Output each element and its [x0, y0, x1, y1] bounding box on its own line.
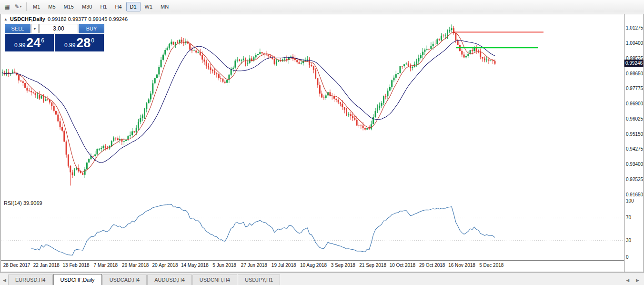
chart-tab-audusd[interactable]: AUDUSD,H4	[147, 275, 192, 285]
buy-price-prefix: 0.99	[64, 42, 75, 49]
price-axis-label: 0.92525	[626, 177, 643, 182]
price-axis-label: 0.91650	[626, 192, 643, 197]
sell-price-big: 24	[26, 37, 40, 50]
timeframe-m30[interactable]: M30	[78, 2, 96, 11]
drawing-tools-dropdown[interactable]: ✎ ▾	[13, 2, 23, 11]
price-axis-label: 0.98650	[626, 71, 643, 76]
timeframe-m15[interactable]: M15	[60, 2, 78, 11]
timeframe-w1[interactable]: W1	[141, 2, 157, 11]
price-axis-label: 1.01275	[626, 25, 643, 31]
buy-button[interactable]: BUY	[79, 24, 104, 33]
price-axis-label: 0.95150	[626, 132, 643, 137]
chart-tab-usdcnh[interactable]: USDCNH,H4	[192, 275, 237, 285]
toolbar: ▦ ✎ ▾ M1M5M15M30H1H4D1W1MN	[0, 0, 644, 13]
rsi-axis-label: 70	[626, 215, 631, 220]
tabs-scroll-left-icon[interactable]: ◀	[1, 276, 8, 285]
collapse-panel-icon[interactable]: ▲	[4, 17, 8, 21]
sell-price-pip: 6	[41, 37, 44, 44]
chart-tab-usdjpy[interactable]: USDJPY,H1	[238, 275, 280, 285]
chevron-down-icon: ▾	[20, 4, 22, 9]
tabs-scroll-prev-icon[interactable]: ◀	[624, 276, 631, 285]
chart-grid-glyph: ▦	[4, 3, 10, 10]
sell-button[interactable]: SELL	[5, 24, 30, 33]
rsi-chart[interactable]	[1, 198, 624, 260]
chart-window: ▲ USDCHF,Daily 0.99182 0.99377 0.99145 0…	[0, 14, 644, 272]
sell-price-prefix: 0.99	[14, 42, 25, 49]
price-axis-label: 0.93400	[626, 162, 643, 167]
one-click-trading-panel: SELL ▼ 3.00 BUY 0.99 24 6 0.99 28 0	[5, 24, 105, 51]
timeframe-mn[interactable]: MN	[157, 2, 172, 11]
timeframe-bar: M1M5M15M30H1H4D1W1MN	[29, 2, 173, 11]
rsi-indicator-label: RSI(14) 39.9069	[4, 200, 42, 206]
sell-price-display[interactable]: 0.99 24 6	[5, 34, 54, 51]
symbol-label: USDCHF,Daily	[10, 16, 45, 22]
mt4-window: ▦ ✎ ▾ M1M5M15M30H1H4D1W1MN ▲ USDCHF,Dail…	[0, 0, 644, 285]
timeframe-m1[interactable]: M1	[29, 2, 44, 11]
price-axis-label: 0.96025	[626, 116, 643, 122]
rsi-axis-label: 30	[626, 238, 631, 243]
rsi-axis-label: 100	[626, 198, 634, 204]
pencil-icon: ✎	[14, 3, 19, 10]
toolbar-separator	[26, 2, 27, 11]
buy-price-pip: 0	[91, 37, 94, 44]
price-axis[interactable]: 0.99246 1.012751.004000.995250.986500.97…	[624, 14, 643, 272]
buy-price-display[interactable]: 0.99 28 0	[55, 34, 104, 51]
ohlc-values: 0.99182 0.99377 0.99145 0.99246	[48, 16, 128, 22]
tabs-scroll-next-icon[interactable]: ▶	[634, 276, 641, 285]
timeframe-d1[interactable]: D1	[126, 2, 141, 11]
timeframe-h1[interactable]: H1	[96, 2, 111, 11]
timeframe-h4[interactable]: H4	[111, 2, 125, 11]
time-axis[interactable]: 28 Dec 201722 Jan 201813 Feb 20187 Mar 2…	[1, 261, 624, 271]
price-axis-label: 0.97775	[626, 86, 643, 91]
chart-tabs: EURUSD,H4USDCHF,DailyUSDCAD,H4AUDUSD,H4U…	[8, 272, 624, 285]
date-label: 5 Dec 2018	[474, 263, 509, 268]
rsi-axis-label: 0	[626, 254, 629, 260]
buy-price-big: 28	[76, 37, 91, 50]
price-axis-label: 1.00400	[626, 41, 643, 46]
price-axis-label: 0.96900	[626, 101, 643, 106]
chart-title: ▲ USDCHF,Daily 0.99182 0.99377 0.99145 0…	[4, 16, 128, 22]
volume-dropdown[interactable]: ▼	[31, 24, 39, 33]
volume-input[interactable]: 3.00	[39, 24, 78, 33]
chart-tab-eurusd[interactable]: EURUSD,H4	[8, 275, 53, 285]
pane-divider-bottom	[1, 260, 624, 261]
chart-tab-usdcad[interactable]: USDCAD,H4	[102, 275, 147, 285]
chart-tab-usdchf[interactable]: USDCHF,Daily	[53, 274, 102, 285]
price-axis-label: 0.94275	[626, 146, 643, 152]
chart-mode-icon[interactable]: ▦	[2, 2, 12, 11]
timeframe-m5[interactable]: M5	[44, 2, 59, 11]
price-axis-label: 0.99525	[626, 56, 643, 61]
chart-tabs-bar: ◀ EURUSD,H4USDCHF,DailyUSDCAD,H4AUDUSD,H…	[0, 272, 644, 285]
